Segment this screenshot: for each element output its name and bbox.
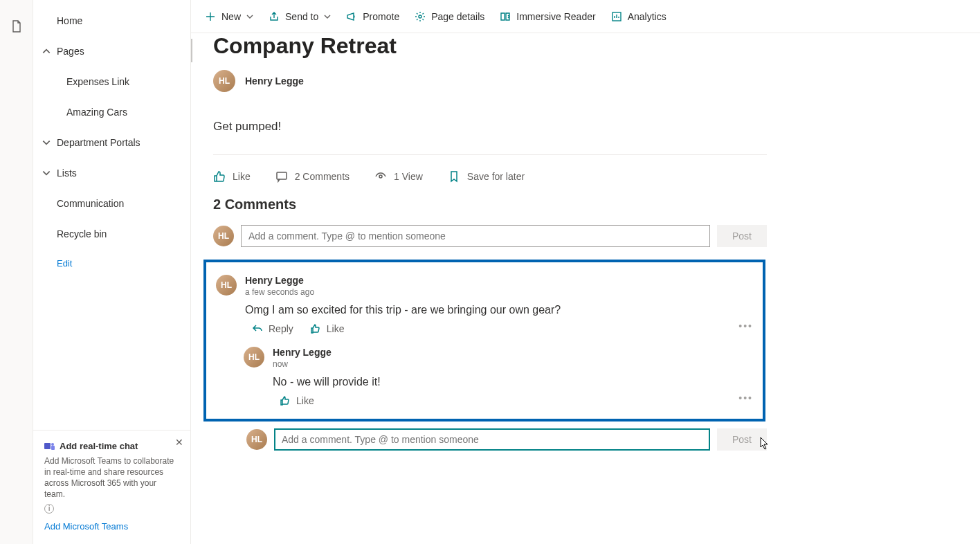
- avatar: HL: [213, 226, 234, 246]
- info-icon[interactable]: i: [44, 504, 54, 514]
- cmd-analytics[interactable]: Analytics: [611, 11, 666, 22]
- thumbs-up-icon: [213, 170, 226, 183]
- nav-pages[interactable]: Pages: [33, 36, 190, 66]
- engagement-bar: Like 2 Comments 1 View Save for later: [213, 170, 980, 183]
- avatar: HL: [246, 429, 267, 450]
- cmd-page-details[interactable]: Page details: [415, 11, 484, 22]
- nav-lists[interactable]: Lists: [33, 158, 190, 188]
- cmd-label: Analytics: [628, 11, 666, 22]
- nav-expenses-link[interactable]: Expenses Link: [33, 66, 190, 97]
- thumbs-up-icon: [280, 395, 291, 406]
- comments-count[interactable]: 2 Comments: [275, 170, 350, 183]
- chevron-down-icon: [246, 13, 253, 20]
- comment-time: now: [273, 359, 756, 369]
- comments-header: 2 Comments: [213, 197, 980, 212]
- nav-department-portals[interactable]: Department Portals: [33, 127, 190, 158]
- page-body: Get pumped!: [213, 120, 980, 134]
- like-button[interactable]: Like: [280, 395, 314, 406]
- nav-edit[interactable]: Edit: [33, 249, 190, 277]
- save-for-later[interactable]: Save for later: [448, 170, 525, 183]
- eng-label: 2 Comments: [295, 171, 350, 182]
- comment-compose: HL Post: [213, 225, 767, 247]
- nav-home[interactable]: Home: [33, 6, 190, 36]
- nav-label: Communication: [57, 198, 124, 209]
- author-row: HL Henry Legge: [213, 70, 980, 92]
- more-icon[interactable]: •••: [738, 320, 753, 332]
- author-name: Henry Legge: [245, 75, 304, 87]
- page-icon[interactable]: [10, 19, 24, 33]
- chevron-down-icon: [324, 13, 331, 20]
- views-count: 1 View: [374, 170, 423, 183]
- cursor-icon: [760, 437, 770, 451]
- reply-compose: HL Post: [246, 428, 767, 451]
- comment-icon: [275, 170, 288, 183]
- title-accent: [191, 39, 192, 62]
- more-icon[interactable]: •••: [738, 392, 753, 404]
- cmd-label: Page details: [431, 11, 484, 22]
- nav-label: Recycle bin: [57, 228, 107, 239]
- nav-label: Amazing Cars: [66, 107, 127, 118]
- nav-label: Department Portals: [57, 137, 140, 148]
- chevron-down-icon: [42, 138, 51, 147]
- action-label: Like: [296, 395, 314, 406]
- comment-author: Henry Legge: [273, 347, 756, 358]
- command-bar: New Send to Promote Page details Immersi…: [191, 0, 980, 33]
- reply-icon: [252, 323, 263, 334]
- site-nav: Home Pages Expenses Link Amazing Cars De…: [33, 0, 191, 544]
- nav-recycle-bin[interactable]: Recycle bin: [33, 219, 190, 249]
- close-icon[interactable]: ✕: [175, 436, 183, 449]
- action-label: Reply: [269, 323, 293, 334]
- nav-label: Home: [57, 15, 82, 26]
- svg-point-6: [379, 175, 382, 178]
- chevron-up-icon: [42, 46, 51, 56]
- cmd-immersive-reader[interactable]: Immersive Reader: [500, 11, 595, 22]
- like-button[interactable]: Like: [213, 170, 251, 183]
- comment-text: No - we will provide it!: [273, 376, 756, 388]
- reply-button[interactable]: Reply: [252, 323, 293, 334]
- cmd-promote[interactable]: Promote: [346, 11, 399, 22]
- chart-icon: [611, 11, 622, 22]
- page-title: Company Retreat: [213, 33, 980, 59]
- cmd-label: Send to: [285, 11, 318, 22]
- nav-label: Edit: [57, 258, 72, 269]
- chevron-down-icon: [42, 168, 51, 178]
- share-icon: [269, 11, 280, 22]
- teams-promo: ✕ Add real-time chat Add Microsoft Teams…: [33, 430, 190, 544]
- avatar[interactable]: HL: [216, 275, 237, 296]
- like-button[interactable]: Like: [310, 323, 345, 334]
- teams-icon: [44, 441, 55, 452]
- bookmark-icon: [448, 170, 460, 183]
- page-content: Company Retreat HL Henry Legge Get pumpe…: [191, 33, 980, 544]
- cmd-label: Promote: [363, 11, 399, 22]
- eng-label: Like: [233, 171, 251, 182]
- main-area: New Send to Promote Page details Immersi…: [191, 0, 980, 544]
- svg-rect-2: [51, 446, 55, 450]
- nav-communication[interactable]: Communication: [33, 188, 190, 219]
- thumbs-up-icon: [310, 323, 321, 334]
- nav-label: Expenses Link: [66, 76, 129, 87]
- avatar[interactable]: HL: [244, 347, 264, 368]
- cmd-send-to[interactable]: Send to: [269, 11, 331, 22]
- post-button[interactable]: Post: [717, 225, 767, 247]
- cmd-new[interactable]: New: [205, 11, 253, 22]
- cmd-label: Immersive Reader: [516, 11, 595, 22]
- eng-label: 1 View: [394, 171, 423, 182]
- promo-link[interactable]: Add Microsoft Teams: [44, 520, 179, 533]
- nav-amazing-cars[interactable]: Amazing Cars: [33, 97, 190, 127]
- reply-input[interactable]: [274, 428, 710, 451]
- nav-label: Lists: [57, 167, 77, 179]
- comment-input[interactable]: [241, 225, 710, 247]
- cmd-label: New: [221, 11, 241, 22]
- gear-icon: [415, 11, 426, 22]
- comment-time: a few seconds ago: [245, 287, 756, 297]
- plus-icon: [205, 11, 216, 22]
- comment-reply: HL Henry Legge now No - we will provide …: [244, 347, 756, 406]
- comment-text: Omg I am so excited for this trip - are …: [245, 304, 756, 316]
- comment: HL Henry Legge a few seconds ago Omg I a…: [216, 275, 756, 334]
- promo-title: Add real-time chat: [60, 440, 138, 453]
- eye-icon: [374, 170, 387, 183]
- app-rail: [0, 0, 33, 544]
- avatar[interactable]: HL: [213, 70, 235, 92]
- svg-point-1: [51, 443, 54, 446]
- megaphone-icon: [346, 11, 357, 22]
